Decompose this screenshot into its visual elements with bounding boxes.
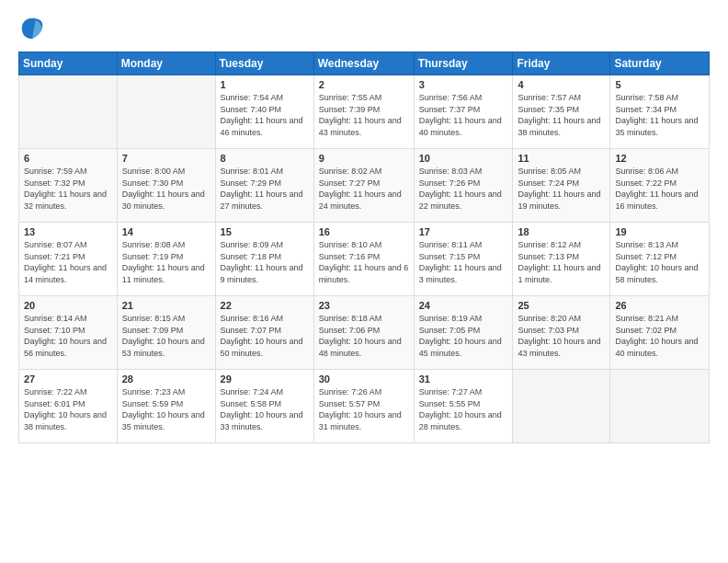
calendar-cell: 14Sunrise: 8:08 AM Sunset: 7:19 PM Dayli… xyxy=(117,223,215,296)
day-number: 22 xyxy=(221,300,309,311)
calendar-cell: 3Sunrise: 7:56 AM Sunset: 7:37 PM Daylig… xyxy=(414,75,513,149)
calendar-cell: 28Sunrise: 7:23 AM Sunset: 5:59 PM Dayli… xyxy=(117,370,215,443)
calendar-cell: 24Sunrise: 8:19 AM Sunset: 7:05 PM Dayli… xyxy=(414,296,513,370)
calendar-cell: 13Sunrise: 8:07 AM Sunset: 7:21 PM Dayli… xyxy=(19,223,118,296)
calendar-cell: 5Sunrise: 7:58 AM Sunset: 7:34 PM Daylig… xyxy=(610,75,710,149)
calendar-cell xyxy=(610,370,710,443)
day-info: Sunrise: 8:13 AM Sunset: 7:12 PM Dayligh… xyxy=(615,239,704,285)
day-info: Sunrise: 7:23 AM Sunset: 5:59 PM Dayligh… xyxy=(122,386,210,432)
day-number: 20 xyxy=(24,300,112,311)
calendar-cell: 12Sunrise: 8:06 AM Sunset: 7:22 PM Dayli… xyxy=(610,149,710,223)
calendar-cell: 4Sunrise: 7:57 AM Sunset: 7:35 PM Daylig… xyxy=(513,75,610,149)
weekday-header-saturday: Saturday xyxy=(610,52,710,75)
calendar-cell xyxy=(117,75,215,149)
day-info: Sunrise: 8:21 AM Sunset: 7:02 PM Dayligh… xyxy=(615,313,704,359)
calendar-cell: 21Sunrise: 8:15 AM Sunset: 7:09 PM Dayli… xyxy=(117,296,215,370)
calendar-cell: 20Sunrise: 8:14 AM Sunset: 7:10 PM Dayli… xyxy=(19,296,118,370)
day-number: 23 xyxy=(319,300,409,311)
day-number: 18 xyxy=(518,226,605,237)
calendar-cell: 30Sunrise: 7:26 AM Sunset: 5:57 PM Dayli… xyxy=(313,370,414,443)
day-number: 6 xyxy=(24,153,112,164)
day-info: Sunrise: 8:14 AM Sunset: 7:10 PM Dayligh… xyxy=(24,313,112,359)
calendar-cell: 29Sunrise: 7:24 AM Sunset: 5:58 PM Dayli… xyxy=(215,370,313,443)
day-number: 31 xyxy=(419,373,508,385)
day-number: 17 xyxy=(419,226,508,237)
day-info: Sunrise: 7:54 AM Sunset: 7:40 PM Dayligh… xyxy=(221,92,309,138)
calendar-cell: 19Sunrise: 8:13 AM Sunset: 7:12 PM Dayli… xyxy=(610,223,710,296)
weekday-header-sunday: Sunday xyxy=(19,52,118,75)
calendar-cell: 7Sunrise: 8:00 AM Sunset: 7:30 PM Daylig… xyxy=(117,149,215,223)
day-number: 12 xyxy=(615,153,704,164)
day-info: Sunrise: 7:22 AM Sunset: 6:01 PM Dayligh… xyxy=(24,386,112,432)
day-number: 5 xyxy=(615,79,704,90)
calendar-cell: 31Sunrise: 7:27 AM Sunset: 5:55 PM Dayli… xyxy=(414,370,513,443)
day-number: 14 xyxy=(122,226,210,237)
calendar-cell: 9Sunrise: 8:02 AM Sunset: 7:27 PM Daylig… xyxy=(313,149,414,223)
day-number: 24 xyxy=(419,300,508,311)
day-info: Sunrise: 8:01 AM Sunset: 7:29 PM Dayligh… xyxy=(221,166,309,212)
day-number: 2 xyxy=(319,79,409,90)
calendar-cell: 11Sunrise: 8:05 AM Sunset: 7:24 PM Dayli… xyxy=(513,149,610,223)
day-info: Sunrise: 7:58 AM Sunset: 7:34 PM Dayligh… xyxy=(615,92,704,138)
day-number: 15 xyxy=(221,226,309,237)
calendar-cell: 23Sunrise: 8:18 AM Sunset: 7:06 PM Dayli… xyxy=(313,296,414,370)
week-row-2: 13Sunrise: 8:07 AM Sunset: 7:21 PM Dayli… xyxy=(19,223,710,296)
day-info: Sunrise: 8:05 AM Sunset: 7:24 PM Dayligh… xyxy=(518,166,605,212)
day-number: 27 xyxy=(24,373,112,385)
weekday-header-wednesday: Wednesday xyxy=(313,52,414,75)
day-info: Sunrise: 8:07 AM Sunset: 7:21 PM Dayligh… xyxy=(24,239,112,285)
day-number: 30 xyxy=(319,373,409,385)
day-info: Sunrise: 8:06 AM Sunset: 7:22 PM Dayligh… xyxy=(615,166,704,212)
day-info: Sunrise: 7:24 AM Sunset: 5:58 PM Dayligh… xyxy=(221,386,309,432)
day-number: 1 xyxy=(221,79,309,90)
day-info: Sunrise: 7:59 AM Sunset: 7:32 PM Dayligh… xyxy=(24,166,112,212)
calendar-cell: 8Sunrise: 8:01 AM Sunset: 7:29 PM Daylig… xyxy=(215,149,313,223)
day-info: Sunrise: 8:02 AM Sunset: 7:27 PM Dayligh… xyxy=(319,166,409,212)
day-number: 4 xyxy=(518,79,605,90)
calendar-header: SundayMondayTuesdayWednesdayThursdayFrid… xyxy=(19,52,710,75)
calendar-cell: 15Sunrise: 8:09 AM Sunset: 7:18 PM Dayli… xyxy=(215,223,313,296)
day-number: 29 xyxy=(221,373,309,385)
calendar-cell xyxy=(19,75,118,149)
calendar-cell: 1Sunrise: 7:54 AM Sunset: 7:40 PM Daylig… xyxy=(215,75,313,149)
day-info: Sunrise: 8:08 AM Sunset: 7:19 PM Dayligh… xyxy=(122,239,210,285)
calendar-cell: 16Sunrise: 8:10 AM Sunset: 7:16 PM Dayli… xyxy=(313,223,414,296)
day-info: Sunrise: 8:20 AM Sunset: 7:03 PM Dayligh… xyxy=(518,313,605,359)
logo xyxy=(18,15,50,42)
day-number: 11 xyxy=(518,153,605,164)
week-row-4: 27Sunrise: 7:22 AM Sunset: 6:01 PM Dayli… xyxy=(19,370,710,443)
weekday-header-tuesday: Tuesday xyxy=(215,52,313,75)
calendar-cell: 22Sunrise: 8:16 AM Sunset: 7:07 PM Dayli… xyxy=(215,296,313,370)
day-number: 16 xyxy=(319,226,409,237)
day-info: Sunrise: 7:26 AM Sunset: 5:57 PM Dayligh… xyxy=(319,386,409,432)
day-info: Sunrise: 8:12 AM Sunset: 7:13 PM Dayligh… xyxy=(518,239,605,285)
day-info: Sunrise: 7:57 AM Sunset: 7:35 PM Dayligh… xyxy=(518,92,605,138)
calendar-cell: 27Sunrise: 7:22 AM Sunset: 6:01 PM Dayli… xyxy=(19,370,118,443)
day-info: Sunrise: 8:16 AM Sunset: 7:07 PM Dayligh… xyxy=(221,313,309,359)
day-info: Sunrise: 8:09 AM Sunset: 7:18 PM Dayligh… xyxy=(221,239,309,285)
day-number: 3 xyxy=(419,79,508,90)
day-number: 10 xyxy=(419,153,508,164)
calendar-cell: 17Sunrise: 8:11 AM Sunset: 7:15 PM Dayli… xyxy=(414,223,513,296)
day-number: 19 xyxy=(615,226,704,237)
page: SundayMondayTuesdayWednesdayThursdayFrid… xyxy=(0,0,728,563)
day-number: 25 xyxy=(518,300,605,311)
calendar-cell: 26Sunrise: 8:21 AM Sunset: 7:02 PM Dayli… xyxy=(610,296,710,370)
logo-icon xyxy=(18,15,46,42)
header xyxy=(18,15,710,42)
day-info: Sunrise: 8:15 AM Sunset: 7:09 PM Dayligh… xyxy=(122,313,210,359)
day-info: Sunrise: 8:19 AM Sunset: 7:05 PM Dayligh… xyxy=(419,313,508,359)
day-number: 8 xyxy=(221,153,309,164)
calendar-cell: 2Sunrise: 7:55 AM Sunset: 7:39 PM Daylig… xyxy=(313,75,414,149)
day-number: 26 xyxy=(615,300,704,311)
day-info: Sunrise: 7:56 AM Sunset: 7:37 PM Dayligh… xyxy=(419,92,508,138)
calendar-cell xyxy=(513,370,610,443)
week-row-3: 20Sunrise: 8:14 AM Sunset: 7:10 PM Dayli… xyxy=(19,296,710,370)
calendar-cell: 6Sunrise: 7:59 AM Sunset: 7:32 PM Daylig… xyxy=(19,149,118,223)
day-number: 21 xyxy=(122,300,210,311)
week-row-1: 6Sunrise: 7:59 AM Sunset: 7:32 PM Daylig… xyxy=(19,149,710,223)
calendar-cell: 18Sunrise: 8:12 AM Sunset: 7:13 PM Dayli… xyxy=(513,223,610,296)
day-number: 28 xyxy=(122,373,210,385)
calendar-cell: 10Sunrise: 8:03 AM Sunset: 7:26 PM Dayli… xyxy=(414,149,513,223)
weekday-header-row: SundayMondayTuesdayWednesdayThursdayFrid… xyxy=(19,52,710,75)
